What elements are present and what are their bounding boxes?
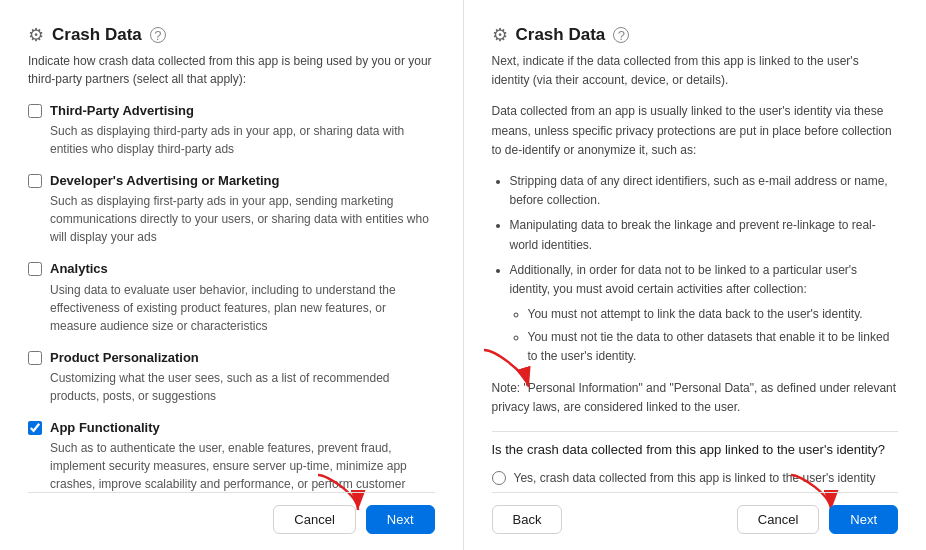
right-panel-body: Next, indicate if the data collected fro…: [492, 52, 899, 492]
product-personalization-checkbox[interactable]: [28, 351, 42, 365]
left-panel-footer: Cancel Next: [28, 492, 435, 534]
intro-text: Next, indicate if the data collected fro…: [492, 52, 899, 90]
bullet-item: Stripping data of any direct identifiers…: [510, 172, 899, 210]
right-panel-header: ⚙ Crash Data ?: [492, 24, 899, 46]
app-functionality-checkbox[interactable]: [28, 421, 42, 435]
sub-bullet-item: You must not tie the data to other datas…: [528, 328, 899, 366]
third-party-advertising-checkbox[interactable]: [28, 104, 42, 118]
left-next-button[interactable]: Next: [366, 505, 435, 534]
checkbox-label: App Functionality: [50, 419, 435, 437]
left-cancel-button[interactable]: Cancel: [273, 505, 355, 534]
list-item: Analytics Using data to evaluate user be…: [28, 260, 435, 334]
bullet-item: Manipulating data to break the linkage a…: [510, 216, 899, 254]
list-item: App Functionality Such as to authenticat…: [28, 419, 435, 492]
checkbox-label: Analytics: [50, 260, 435, 278]
paragraph-text: Data collected from an app is usually li…: [492, 102, 899, 160]
checkbox-label: Developer's Advertising or Marketing: [50, 172, 435, 190]
yes-radio[interactable]: [492, 471, 506, 485]
radio-yes-item: Yes, crash data collected from this app …: [492, 469, 899, 487]
right-cancel-button[interactable]: Cancel: [737, 505, 819, 534]
left-panel-header: ⚙ Crash Data ?: [28, 24, 435, 46]
right-help-icon[interactable]: ?: [613, 27, 629, 43]
checkbox-label: Product Personalization: [50, 349, 435, 367]
right-panel-footer: Back Cancel Next: [492, 492, 899, 534]
right-back-button[interactable]: Back: [492, 505, 563, 534]
gear-icon-right: ⚙: [492, 24, 508, 46]
right-panel-title: Crash Data: [516, 25, 606, 45]
analytics-checkbox[interactable]: [28, 262, 42, 276]
bullet-list: Stripping data of any direct identifiers…: [492, 172, 899, 367]
left-panel-body: Third-Party Advertising Such as displayi…: [28, 102, 435, 492]
question-text: Is the crash data collected from this ap…: [492, 442, 899, 457]
sub-bullet-list: You must not attempt to link the data ba…: [510, 305, 899, 367]
bullet-item: Additionally, in order for data not to b…: [510, 261, 899, 367]
list-item: Third-Party Advertising Such as displayi…: [28, 102, 435, 158]
left-panel: ⚙ Crash Data ? Indicate how crash data c…: [0, 0, 464, 550]
divider: [492, 431, 899, 432]
left-help-icon[interactable]: ?: [150, 27, 166, 43]
checkbox-desc: Such as displaying third-party ads in yo…: [50, 122, 435, 158]
checkbox-desc: Customizing what the user sees, such as …: [50, 369, 435, 405]
right-next-button[interactable]: Next: [829, 505, 898, 534]
checkbox-desc: Such as to authenticate the user, enable…: [50, 439, 435, 492]
checkbox-label: Third-Party Advertising: [50, 102, 435, 120]
list-item: Product Personalization Customizing what…: [28, 349, 435, 405]
left-panel-subtitle: Indicate how crash data collected from t…: [28, 52, 435, 88]
sub-bullet-item: You must not attempt to link the data ba…: [528, 305, 899, 324]
left-panel-title: Crash Data: [52, 25, 142, 45]
developers-advertising-checkbox[interactable]: [28, 174, 42, 188]
note-text: Note: "Personal Information" and "Person…: [492, 379, 899, 417]
checkbox-desc: Such as displaying first-party ads in yo…: [50, 192, 435, 246]
right-panel: ⚙ Crash Data ? Next, indicate if the dat…: [464, 0, 927, 550]
gear-icon: ⚙: [28, 24, 44, 46]
yes-radio-label: Yes, crash data collected from this app …: [514, 469, 876, 487]
checkbox-desc: Using data to evaluate user behavior, in…: [50, 281, 435, 335]
list-item: Developer's Advertising or Marketing Suc…: [28, 172, 435, 246]
